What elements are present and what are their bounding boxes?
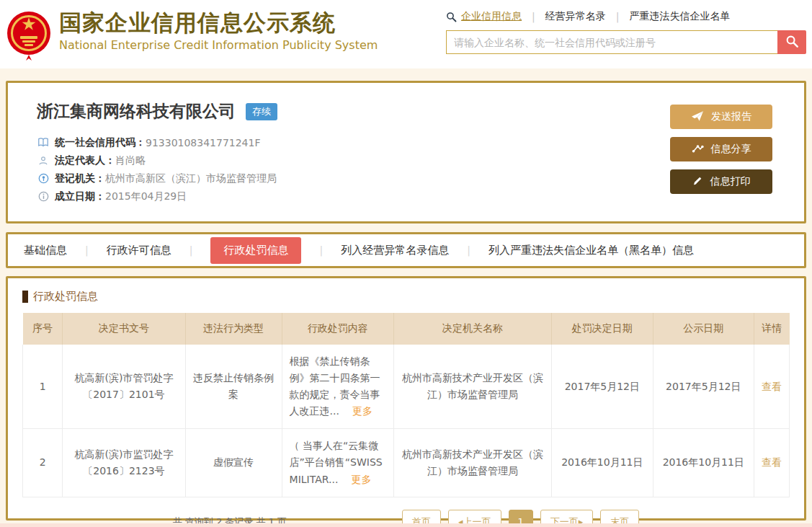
info-icon	[37, 191, 50, 202]
field-label: 登记机关：	[55, 172, 105, 185]
field-label: 统一社会信用代码：	[55, 136, 146, 149]
paper-plane-icon	[691, 110, 704, 124]
detail-cell: 查看	[754, 345, 790, 429]
penalty-content-cell: 根据《禁止传销条例》第二十四条第一款的规定，责令当事人改正违...更多	[282, 345, 393, 429]
nav-serious-violation-list[interactable]: 严重违法失信企业名单	[629, 10, 730, 23]
tab-separator: |	[85, 244, 89, 256]
violation-type-cell: 虚假宣传	[185, 429, 282, 497]
nav-separator: |	[532, 11, 535, 22]
tab-admin-license[interactable]: 行政许可信息	[107, 244, 171, 257]
penalty-content-cell: （ 当事人在“云集微店”平台销售“SWISS MILITAR...更多	[282, 429, 393, 497]
tab-basic-info[interactable]: 基础信息	[24, 244, 67, 257]
nav-enterprise-credit[interactable]: 企业信用信息	[461, 10, 522, 23]
company-name: 浙江集商网络科技有限公司	[37, 100, 236, 123]
company-summary-panel: 浙江集商网络科技有限公司 存续 统一社会信用代码：913301083417712…	[6, 81, 806, 223]
field-value: 91330108341771241F	[146, 137, 260, 149]
field-value: 肖尚略	[115, 154, 146, 167]
action-button-label: 发送报告	[711, 110, 751, 123]
page-title: 国家企业信用信息公示系统	[59, 10, 378, 36]
more-link[interactable]: 更多	[351, 474, 371, 485]
search-icon	[446, 12, 457, 22]
table-header-cell: 违法行为类型	[185, 313, 282, 345]
page-subtitle: National Enterprise Credit Information P…	[59, 38, 378, 52]
person-icon	[37, 156, 50, 166]
penalty-table: 序号决定书文号违法行为类型行政处罚内容决定机关名称处罚决定日期公示日期详情 1杭…	[22, 313, 790, 497]
table-header-cell: 决定机关名称	[393, 313, 551, 345]
national-emblem-icon	[6, 7, 52, 65]
table-header-cell: 详情	[754, 313, 790, 345]
table-header-cell: 序号	[23, 313, 63, 345]
authority-cell: 杭州市高新技术产业开发区（滨江）市场监督管理局	[393, 345, 551, 429]
status-badge: 存续	[246, 103, 277, 120]
penalty-panel: 行政处罚信息 序号决定书文号违法行为类型行政处罚内容决定机关名称处罚决定日期公示…	[6, 276, 806, 521]
book-icon	[37, 137, 50, 148]
seq-cell: 1	[23, 345, 63, 429]
tab-blacklist[interactable]: 列入严重违法失信企业名单（黑名单）信息	[488, 244, 694, 257]
share-icon	[692, 143, 704, 156]
tab-abnormal-list[interactable]: 列入经营异常名录信息	[341, 244, 449, 257]
tab-separator: |	[189, 244, 193, 256]
table-row: 2杭高新(滨)市监罚处字〔2016〕2123号虚假宣传（ 当事人在“云集微店”平…	[23, 429, 790, 497]
nav-abnormal-directory[interactable]: 经营异常名录	[545, 10, 606, 23]
search-icon	[785, 35, 799, 50]
table-header-cell: 行政处罚内容	[282, 313, 393, 345]
doc-no-cell: 杭高新(滨)市监罚处字〔2016〕2123号	[63, 429, 185, 497]
action-button-label: 信息打印	[710, 175, 751, 188]
field-value: 2015年04月29日	[105, 190, 187, 203]
field-label: 法定代表人：	[55, 154, 115, 167]
decision-date-cell: 2016年10月11日	[552, 429, 653, 497]
violation-type-cell: 违反禁止传销条例案	[185, 345, 282, 429]
publish-date-cell: 2016年10月11日	[653, 429, 754, 497]
detail-cell: 查看	[754, 429, 790, 497]
tab-separator: |	[467, 244, 470, 256]
pencil-icon	[692, 175, 703, 188]
table-header-cell: 处罚决定日期	[552, 313, 653, 345]
view-link[interactable]: 查看	[762, 456, 782, 468]
table-header-cell: 公示日期	[653, 313, 754, 345]
tab-separator: |	[319, 244, 323, 256]
section-title-bar-icon	[22, 291, 28, 303]
location-icon	[37, 173, 50, 184]
tab-admin-penalty[interactable]: 行政处罚信息	[210, 237, 301, 264]
section-title: 行政处罚信息	[22, 290, 790, 304]
search-button[interactable]	[777, 30, 806, 54]
table-header-cell: 决定书文号	[63, 313, 185, 345]
tabs-bar: 基础信息|行政许可信息|行政处罚信息|列入经营异常名录信息|列入严重违法失信企业…	[6, 232, 806, 268]
bottom-strip	[0, 523, 812, 527]
print-info-button[interactable]: 信息打印	[670, 169, 772, 194]
send-report-button[interactable]: 发送报告	[670, 105, 772, 129]
decision-date-cell: 2017年5月12日	[552, 345, 653, 429]
action-button-label: 信息分享	[711, 143, 751, 156]
field-label: 成立日期：	[55, 190, 105, 203]
doc-no-cell: 杭高新(滨)市管罚处字〔2017〕2101号	[63, 345, 185, 429]
publish-date-cell: 2017年5月12日	[653, 345, 754, 429]
search-input[interactable]	[446, 30, 777, 54]
top-nav: 企业信用信息|经营异常名录|严重违法失信企业名单	[446, 10, 806, 23]
share-info-button[interactable]: 信息分享	[670, 137, 772, 161]
more-link[interactable]: 更多	[352, 405, 372, 417]
nav-separator: |	[616, 11, 620, 22]
site-header: 国家企业信用信息公示系统 National Enterprise Credit …	[0, 0, 812, 68]
field-value: 杭州市高新区（滨江）市场监督管理局	[105, 172, 277, 185]
authority-cell: 杭州市高新技术产业开发区（滨江）市场监督管理局	[393, 429, 551, 497]
view-link[interactable]: 查看	[762, 381, 782, 392]
seq-cell: 2	[23, 429, 63, 497]
table-row: 1杭高新(滨)市管罚处字〔2017〕2101号违反禁止传销条例案根据《禁止传销条…	[23, 345, 790, 429]
